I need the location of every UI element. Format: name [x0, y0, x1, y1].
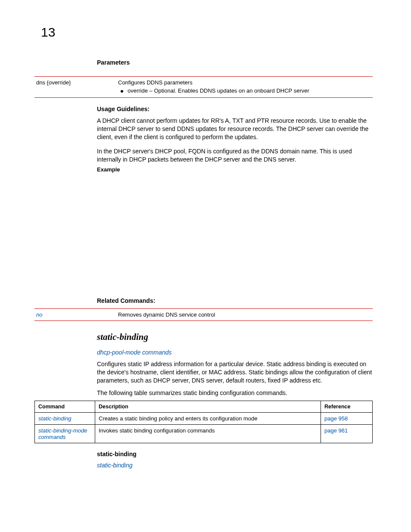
- usage-paragraph-1: A DHCP client cannot perform updates for…: [97, 117, 373, 141]
- section-subref-link[interactable]: dhcp-pool-mode commands: [97, 349, 172, 356]
- related-cmd-link[interactable]: no: [34, 309, 116, 321]
- cmd-desc: Invokes static binding configuration com…: [95, 425, 321, 443]
- command-summary-table: Command Description Reference static-bin…: [34, 401, 373, 443]
- example-heading: Example: [97, 166, 120, 173]
- cmd-desc: Creates a static binding policy and ente…: [95, 413, 321, 425]
- cmd-ref-link[interactable]: page 961: [321, 425, 373, 443]
- bullet-icon: [121, 90, 123, 93]
- table-header-row: Command Description Reference: [35, 401, 373, 413]
- param-desc: Configures DDNS parameters: [118, 79, 371, 86]
- usage-paragraph-2: In the DHCP server's DHCP pool, FQDN is …: [97, 147, 373, 164]
- cmd-ref-link[interactable]: page 958: [321, 413, 373, 425]
- chapter-number: 13: [41, 25, 55, 40]
- param-name: dns {override}: [34, 77, 116, 98]
- related-commands-heading: Related Commands:: [97, 297, 155, 304]
- table-row: static-binding Creates a static binding …: [35, 413, 373, 425]
- param-desc-cell: Configures DDNS parameters override – Op…: [116, 77, 373, 98]
- param-bullet-row: override – Optional. Enables DDNS update…: [118, 87, 371, 94]
- parameters-table: dns {override} Configures DDNS parameter…: [34, 76, 373, 98]
- col-header-description: Description: [95, 401, 321, 413]
- usage-heading: Usage Guidelines:: [97, 106, 373, 112]
- static-binding-subheading: static-binding: [97, 451, 137, 457]
- cmd-link[interactable]: static-binding-mode commands: [35, 425, 95, 443]
- related-commands-table: no Removes dynamic DNS service control: [34, 308, 373, 321]
- col-header-reference: Reference: [321, 401, 373, 413]
- parameters-section: Parameters: [97, 59, 373, 74]
- static-binding-paragraph-1: Configures static IP address information…: [97, 360, 373, 385]
- table-row: static-binding-mode commands Invokes sta…: [35, 425, 373, 443]
- static-binding-paragraph-2: The following table summarizes static bi…: [97, 389, 373, 397]
- parameters-heading: Parameters: [97, 59, 373, 66]
- usage-section: Usage Guidelines: A DHCP client cannot p…: [97, 106, 373, 169]
- cmd-link[interactable]: static-binding: [35, 413, 95, 425]
- table-row: dns {override} Configures DDNS parameter…: [34, 77, 373, 98]
- section-title: static-binding: [97, 332, 148, 342]
- col-header-command: Command: [35, 401, 95, 413]
- static-binding-ref-link[interactable]: static-binding: [97, 462, 133, 469]
- related-cmd-desc: Removes dynamic DNS service control: [116, 309, 373, 321]
- param-bullet-text: override – Optional. Enables DDNS update…: [128, 87, 309, 94]
- table-row: no Removes dynamic DNS service control: [34, 309, 373, 321]
